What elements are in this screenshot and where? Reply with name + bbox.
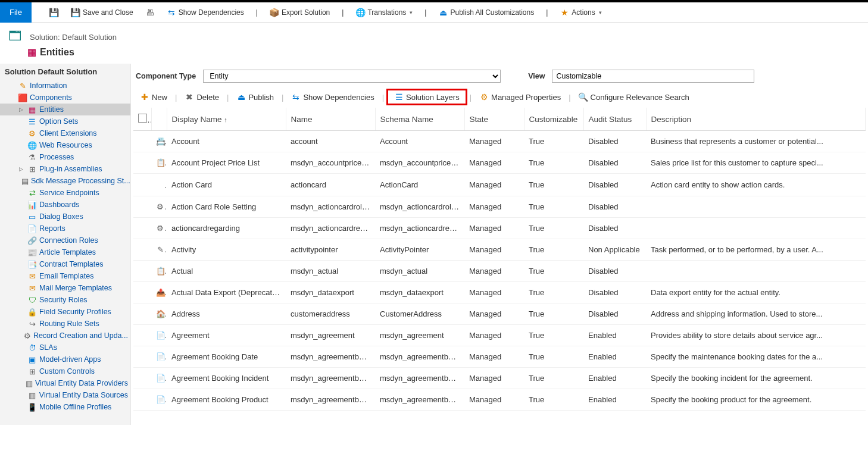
show-dependencies-button[interactable]: ⇆Show Dependencies <box>161 2 250 22</box>
cell-display-name: Account Project Price List <box>167 152 286 174</box>
sidebar-item-entities[interactable]: ▷▦Entities <box>0 104 130 115</box>
sidebar-item-sdk-steps[interactable]: ▤Sdk Message Processing St... <box>0 175 130 187</box>
sidebar-item-dialog-boxes[interactable]: ▭Dialog Boxes <box>0 211 130 223</box>
cell-customizable: True <box>524 218 583 239</box>
table-row[interactable]: 📤Actual Data Export (Deprecated)msdyn_da… <box>133 282 866 303</box>
select-all-checkbox[interactable] <box>138 114 147 123</box>
table-row[interactable]: ⚙Action Card Role Settingmsdyn_actioncar… <box>133 196 866 218</box>
table-row[interactable]: ⚙actioncardregardingmsdyn_actioncardrega… <box>133 218 866 239</box>
row-type-icon: 📇 <box>151 131 167 152</box>
save-and-close-button[interactable]: 💾Save and Close <box>65 2 139 22</box>
cell-description: Task performed, or to be performed, by a… <box>646 239 866 261</box>
sidebar-item-record-creation[interactable]: ⚙Record Creation and Upda... <box>0 330 130 342</box>
cell-name: activitypointer <box>286 239 375 261</box>
sidebar-item-dashboards[interactable]: 📊Dashboards <box>0 199 130 211</box>
sidebar-item-components[interactable]: 🟥Components <box>0 92 130 104</box>
col-display-name[interactable]: Display Name ↑ <box>167 108 286 131</box>
sidebar-item-routing-rules[interactable]: ↪Routing Rule Sets <box>0 318 130 330</box>
table-row[interactable]: 📇AccountaccountAccountManagedTrueDisable… <box>133 131 866 152</box>
table-row[interactable]: Action CardactioncardActionCardManagedTr… <box>133 174 866 196</box>
sidebar-item-mobile-offline[interactable]: 📱Mobile Offline Profiles <box>0 401 130 413</box>
sidebar-item-web-resources[interactable]: 🌐Web Resources <box>0 139 130 151</box>
sidebar-item-virtual-sources[interactable]: ▥Virtual Entity Data Sources <box>0 389 130 401</box>
table-row[interactable]: ✎ActivityactivitypointerActivityPointerM… <box>133 239 866 261</box>
publish-button[interactable]: ⏏Publish <box>231 89 279 105</box>
col-name[interactable]: Name <box>286 108 375 131</box>
sidebar-item-security-roles[interactable]: 🛡Security Roles <box>0 294 130 306</box>
solution-layers-button[interactable]: ☰Solution Layers <box>386 89 467 105</box>
cell-description: Action card entity to show action cards. <box>646 174 866 196</box>
row-type-icon: 📄 <box>151 325 167 346</box>
col-audit-status[interactable]: Audit Status <box>583 108 646 131</box>
row-type-icon: ⚙ <box>151 218 167 239</box>
delete-button[interactable]: ✖Delete <box>179 89 224 105</box>
show-dependencies-button-2[interactable]: ⇆Show Dependencies <box>286 89 379 105</box>
table-row[interactable]: 📋Actualmsdyn_actualmsdyn_actualManagedTr… <box>133 261 866 282</box>
sidebar-item-virtual-providers[interactable]: ▥Virtual Entity Data Providers <box>0 377 130 389</box>
new-button[interactable]: ✚New <box>135 89 173 105</box>
table-row[interactable]: 📄Agreement Booking Productmsdyn_agreemen… <box>133 389 866 411</box>
sort-asc-icon: ↑ <box>224 116 227 123</box>
breadcrumb: Solution: Default Solution <box>30 33 117 42</box>
sidebar-item-processes[interactable]: ⚗Processes <box>0 151 130 163</box>
sep1-icon[interactable]: 🖶 <box>139 2 161 22</box>
sidebar-item-model-driven-apps[interactable]: ▣Model-driven Apps <box>0 353 130 365</box>
col-schema-name[interactable]: Schema Name <box>375 108 464 131</box>
cell-state: Managed <box>464 174 524 196</box>
component-type-select[interactable]: Entity <box>203 70 501 83</box>
cell-customizable: True <box>524 131 583 152</box>
export-solution-button[interactable]: 📦Export Solution <box>264 2 336 22</box>
translations-button[interactable]: 🌐Translations▾ <box>349 2 419 22</box>
cell-customizable: True <box>524 303 583 325</box>
sidebar-item-plugin-assemblies[interactable]: ▷⊞Plug-in Assemblies <box>0 163 130 175</box>
cell-name: msdyn_dataexport <box>286 282 375 303</box>
cell-description: Specify the maintenance booking dates fo… <box>646 346 866 368</box>
sidebar-item-option-sets[interactable]: ☰Option Sets <box>0 115 130 127</box>
managed-properties-button[interactable]: ⚙Managed Properties <box>474 89 566 105</box>
col-customizable[interactable]: Customizable <box>524 108 583 131</box>
configure-relevance-button[interactable]: 🔍Configure Relevance Search <box>573 89 695 105</box>
cell-description: Sales price list for this customer to ca… <box>646 152 866 174</box>
cell-description: Address and shipping information. Used t… <box>646 303 866 325</box>
table-row[interactable]: 📄Agreementmsdyn_agreementmsdyn_agreement… <box>133 325 866 346</box>
sidebar-item-contract-templates[interactable]: 📑Contract Templates <box>0 258 130 270</box>
sidebar-item-custom-controls[interactable]: ⊞Custom Controls <box>0 365 130 377</box>
table-row[interactable]: 📋Account Project Price Listmsdyn_account… <box>133 152 866 174</box>
cell-description: Provides ability to store details about … <box>646 325 866 346</box>
sidebar-item-connection-roles[interactable]: 🔗Connection Roles <box>0 234 130 246</box>
cell-display-name: Actual <box>167 261 286 282</box>
cell-state: Managed <box>464 239 524 261</box>
publish-all-button[interactable]: ⏏Publish All Customizations <box>432 2 540 22</box>
col-description[interactable]: Description <box>646 108 866 131</box>
actions-button[interactable]: ★Actions▾ <box>554 2 607 22</box>
export-icon: 📦 <box>270 8 279 17</box>
cell-state: Managed <box>464 282 524 303</box>
entity-icon: ▦ <box>27 46 36 58</box>
sidebar-item-reports[interactable]: 📄Reports <box>0 223 130 234</box>
table-row[interactable]: 📄Agreement Booking Incidentmsdyn_agreeme… <box>133 368 866 389</box>
table-row[interactable]: 📄Agreement Booking Datemsdyn_agreementbo… <box>133 346 866 368</box>
chevron-down-icon: ▾ <box>410 10 413 15</box>
col-state[interactable]: State <box>464 108 524 131</box>
entity-icon: ▦ <box>27 105 37 114</box>
new-icon: ✚ <box>140 92 149 102</box>
cell-audit: Disabled <box>583 218 646 239</box>
sidebar-item-email-templates[interactable]: ✉Email Templates <box>0 270 130 282</box>
row-type-icon <box>151 174 167 196</box>
cell-display-name: actioncardregarding <box>167 218 286 239</box>
sidebar-item-client-extensions[interactable]: ⚙Client Extensions <box>0 127 130 139</box>
cell-schema: msdyn_actioncardrole... <box>375 196 464 218</box>
sidebar-item-information[interactable]: ✎Information <box>0 80 130 92</box>
file-menu[interactable]: File <box>0 2 32 23</box>
cell-name: msdyn_actual <box>286 261 375 282</box>
sidebar-item-mail-merge[interactable]: ✉Mail Merge Templates <box>0 282 130 294</box>
sidebar-item-service-endpoints[interactable]: ⇄Service Endpoints <box>0 187 130 199</box>
view-input[interactable] <box>552 70 754 83</box>
cell-schema: msdyn_accountpricelist <box>375 152 464 174</box>
sidebar-item-slas[interactable]: ⏱SLAs <box>0 342 130 353</box>
save-icon-only[interactable]: 💾 <box>43 2 65 22</box>
cell-state: Managed <box>464 303 524 325</box>
sidebar-item-field-security[interactable]: 🔒Field Security Profiles <box>0 306 130 318</box>
sidebar-item-article-templates[interactable]: 📰Article Templates <box>0 246 130 258</box>
table-row[interactable]: 🏠AddresscustomeraddressCustomerAddressMa… <box>133 303 866 325</box>
